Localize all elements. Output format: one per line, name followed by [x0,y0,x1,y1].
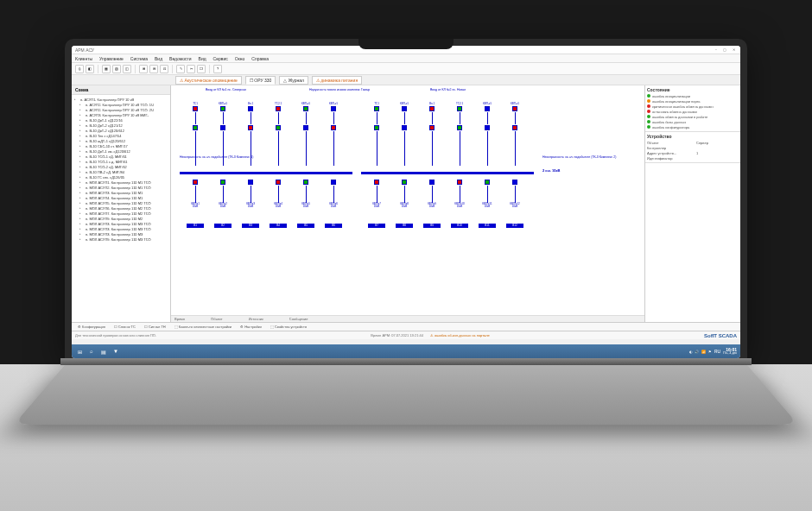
busbar-section-1 [180,172,352,174]
toolbar-button[interactable]: ⊞ [139,65,148,73]
status-left: Для технической проверки основного слиян… [75,333,156,338]
maximize-button[interactable]: ▢ [721,47,728,53]
minimize-button[interactable]: − [713,47,720,53]
left-subtab-bar: ⚠ Акустическое оповещение ☐ ОРУ 330 △ Жу… [72,75,740,85]
task-view-icon[interactable]: ▤ [99,347,108,356]
status-dot-icon [647,125,650,129]
tab-acoustic[interactable]: ⚠ Акустическое оповещение [175,76,242,85]
fault-note-right: Неисправность на эл. подобъекте (ТК-3 Ко… [542,156,616,160]
feeder-bay[interactable]: КВП/к110кВ [187,179,204,208]
tab-config[interactable]: ⚙ Конфигурация [75,324,108,330]
tree-sidebar[interactable]: Схема п. АСУП1. Контроллер ОРУ 10 кВп. А… [72,85,171,322]
search-icon[interactable]: ⌕ [87,347,96,356]
scada-diagram[interactable]: Ввод от КЛ №1 пс. Северная Ввод от КЛ №2… [171,85,644,315]
input-right-label: Ввод от КЛ №2 пс. Новая [430,89,466,92]
menu-item[interactable]: Управление [99,56,124,61]
status-item: ошибка конфигуратора [647,124,739,129]
feeder-bay[interactable]: КВП/к210кВ [214,179,232,208]
toolbar-button[interactable]: ? [213,65,222,73]
menu-item[interactable]: Справка [251,56,269,61]
tab-device-props[interactable]: ⬚ Свойства устройств [268,324,309,330]
language-indicator[interactable]: RU [714,349,720,354]
feeder-bay[interactable]: КВП/к610кВ [325,179,342,208]
device-prop-row: Идентификатор [647,155,739,161]
feeder-bay[interactable]: Вн.1 [423,103,441,166]
toolbar-button[interactable]: ▧ [112,65,121,73]
feeder-bay[interactable]: ТС1 [368,103,385,166]
toolbar-button[interactable]: ⎙ [75,65,84,73]
feeder-bay[interactable]: ТС2.1 [270,103,287,166]
menu-item[interactable]: Вид [199,56,206,61]
feeder-bay[interactable]: КВП/к710кВ [368,179,385,208]
menu-item[interactable]: Вид [155,56,162,61]
tab-dynamics[interactable]: ⚠ динамика питания [312,76,362,85]
feeder-bay[interactable]: КВП/к410кВ [270,179,287,208]
tab-ts-list[interactable]: ☐ Список ТС [111,324,138,330]
toolbar-button[interactable]: ◧ [86,65,94,73]
feeder-bay[interactable]: КВП/к1210кВ [506,179,523,208]
brand-label: SofIT SCADA [704,333,737,338]
device-title: Устройство [647,134,739,139]
start-button[interactable]: ⊞ [75,347,84,356]
close-button[interactable]: ✕ [730,47,737,53]
toolbar-button[interactable]: ✂ [187,65,195,73]
busbar-label: 2 сш. 10кВ [542,168,560,173]
tree-item[interactable]: п. МОЛ АСУП9. Контроллер 110 М3 ТСО [73,237,168,242]
feeder-label: В5 [297,224,314,228]
toolbar-button[interactable]: ▦ [102,65,111,73]
menu-item[interactable]: Сервис [213,56,228,61]
status-time: Время АРМ: 07.07.2021 13:21:44 [371,333,423,338]
toolbar-button[interactable]: ⊟ [149,65,158,73]
toolbar-button[interactable]: ✎ [176,65,185,73]
menu-item[interactable]: Система [130,56,148,61]
filter-icon[interactable]: ▼ [111,347,120,356]
input-left-label: Ввод от КЛ №1 пс. Северная [206,89,246,92]
taskbar-clock[interactable]: 16:01 Пн., 4 дек [723,348,737,356]
feeder-bay[interactable]: КВП/к1010кВ [451,179,468,208]
tab-journal[interactable]: △ Журнал [279,76,308,85]
tray-icon[interactable]: ◐ [689,350,692,354]
tray-flag-icon[interactable]: ⚑ [708,350,712,354]
feeder-bay[interactable]: КВП/к1110кВ [479,179,496,208]
fault-note-left: Неисправность на эл. подобъекте (ТК-3 Ко… [180,156,253,160]
status-dot-icon [647,120,650,123]
busbar-section-2 [361,172,534,174]
os-taskbar[interactable]: ⊞ ⌕ ▤ ▼ ◐ 🔊 📶 ⚑ RU 16:01 Пн., 4 дек [72,344,740,358]
menu-item[interactable]: Окно [235,56,245,61]
tray-volume-icon[interactable]: 🔊 [695,350,699,354]
main-toolbar: ⎙ ◧ ▦ ▧ ◫ ⊞ ⊟ ⊡ ✎ ✂ ❐ ? [72,63,740,75]
tab-unknown[interactable]: ⬚ Какие-то неизвестные настройки [172,324,234,330]
feeder-bay[interactable]: КВП/к310кВ [242,179,259,208]
feeder-bay[interactable]: КВП-к1 [479,103,496,166]
toolbar-button[interactable]: ◫ [123,65,131,73]
feeder-bay[interactable]: ТС2.1 [451,103,468,166]
feeder-bay[interactable]: КВП-к1 [297,103,314,166]
bottom-tabs: ⚙ Конфигурация ☐ Список ТС ☐ Сигнал ТН ⬚… [72,322,740,331]
status-warn: ⚠ ошибка об.кол.данных на портале [430,333,490,338]
tray-network-icon[interactable]: 📶 [701,350,706,354]
message-header: Время Объект Источник Сообщение [171,315,644,322]
feeder-bay[interactable]: КВП/к510кВ [297,179,314,208]
status-title: Состояние [647,87,739,92]
feeder-label: В4 [270,224,287,228]
feeder-bay[interactable]: КВП/к810кВ [396,179,413,208]
feeder-label: В6 [325,224,342,228]
feeder-bay[interactable]: КВП-к1 [506,103,523,166]
feeder-label: В3 [242,224,259,228]
tab-oru330[interactable]: ☐ ОРУ 330 [245,76,276,85]
feeder-bay[interactable]: КВП-к1 [325,103,342,166]
feeder-label: В7 [368,224,385,228]
status-dot-icon [647,94,650,98]
tab-signal[interactable]: ☐ Сигнал ТН [142,324,168,330]
tab-settings[interactable]: ⚙ Настройки [238,324,264,330]
menu-item[interactable]: Ведомости [169,56,192,61]
feeder-bay[interactable]: КВП-к1 [396,103,413,166]
feeder-label: В12 [506,224,523,228]
status-dot-icon [647,99,650,103]
feeder-label: В10 [451,224,468,228]
feeder-bay[interactable]: КВП/к910кВ [423,179,441,208]
tree-header: Схема [72,85,170,95]
toolbar-button[interactable]: ⊡ [160,65,168,73]
toolbar-button[interactable]: ❐ [197,65,206,73]
menu-item[interactable]: Клиенты [75,56,92,61]
